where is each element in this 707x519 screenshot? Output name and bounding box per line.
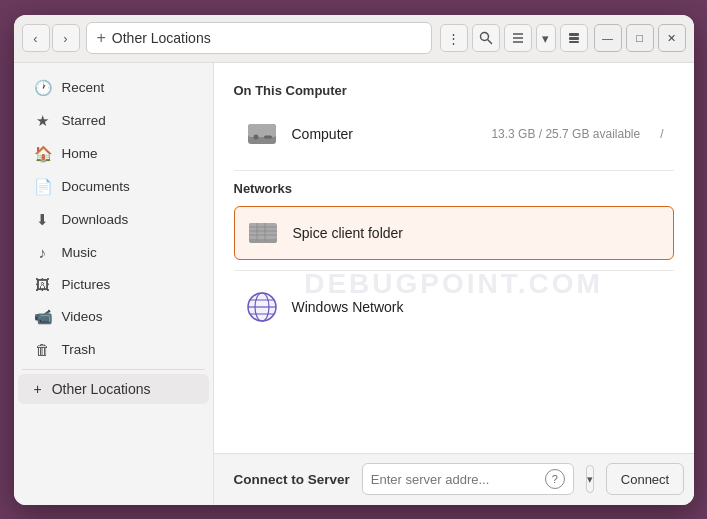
back-button[interactable]: ‹	[22, 24, 50, 52]
on-this-computer-title: On This Computer	[234, 83, 674, 98]
recent-icon: 🕐	[34, 79, 52, 97]
sidebar-item-home[interactable]: 🏠 Home	[18, 138, 209, 170]
sidebar-item-starred[interactable]: ★ Starred	[18, 105, 209, 137]
videos-icon: 📹	[34, 308, 52, 326]
server-input-wrap: ?	[362, 463, 574, 495]
networks-title: Networks	[234, 181, 674, 196]
sort-dropdown-button[interactable]: ▾	[536, 24, 556, 52]
spice-item-name: Spice client folder	[293, 225, 663, 241]
view-toggle-button[interactable]	[560, 24, 588, 52]
sidebar-item-recent[interactable]: 🕐 Recent	[18, 72, 209, 104]
breadcrumb-area: + Other Locations	[86, 22, 432, 54]
connect-button[interactable]: Connect	[606, 463, 684, 495]
sidebar-item-starred-label: Starred	[62, 113, 106, 128]
svg-point-10	[253, 134, 258, 139]
file-area: On This Computer Computer 13.3 GB / 25.7…	[214, 63, 694, 453]
sidebar-item-trash-label: Trash	[62, 342, 96, 357]
sidebar-item-other-locations[interactable]: + Other Locations	[18, 374, 209, 404]
windows-network-name: Windows Network	[292, 299, 664, 315]
svg-rect-7	[569, 41, 579, 43]
computer-item-name: Computer	[292, 126, 480, 142]
main-content: 🕐 Recent ★ Starred 🏠 Home 📄 Documents ⬇ …	[14, 63, 694, 505]
sidebar-item-documents[interactable]: 📄 Documents	[18, 171, 209, 203]
home-icon: 🏠	[34, 145, 52, 163]
menu-button[interactable]: ⋮	[440, 24, 468, 52]
nav-buttons: ‹ ›	[22, 24, 80, 52]
windows-network-icon	[244, 289, 280, 325]
sidebar: 🕐 Recent ★ Starred 🏠 Home 📄 Documents ⬇ …	[14, 63, 214, 505]
sidebar-item-pictures[interactable]: 🖼 Pictures	[18, 269, 209, 300]
sidebar-item-music-label: Music	[62, 245, 97, 260]
minimize-button[interactable]: —	[594, 24, 622, 52]
window-controls: — □ ✕	[594, 24, 686, 52]
windows-network-item[interactable]: Windows Network	[234, 281, 674, 333]
drive-icon	[244, 116, 280, 152]
sidebar-item-documents-label: Documents	[62, 179, 130, 194]
svg-rect-6	[569, 37, 579, 40]
sidebar-item-recent-label: Recent	[62, 80, 105, 95]
svg-point-26	[248, 293, 276, 321]
svg-rect-15	[249, 223, 261, 229]
sidebar-divider	[22, 369, 205, 370]
forward-button[interactable]: ›	[52, 24, 80, 52]
svg-rect-9	[248, 124, 276, 137]
file-area-wrapper: On This Computer Computer 13.3 GB / 25.7…	[214, 63, 694, 505]
svg-line-1	[487, 40, 491, 44]
maximize-button[interactable]: □	[626, 24, 654, 52]
list-view-icon	[567, 31, 581, 45]
sidebar-item-videos-label: Videos	[62, 309, 103, 324]
connect-to-server-label: Connect to Server	[234, 472, 350, 487]
sidebar-item-trash[interactable]: 🗑 Trash	[18, 334, 209, 365]
documents-icon: 📄	[34, 178, 52, 196]
music-icon: ♪	[34, 244, 52, 261]
trash-icon: 🗑	[34, 341, 52, 358]
spice-folder-icon	[245, 215, 281, 251]
sidebar-item-videos[interactable]: 📹 Videos	[18, 301, 209, 333]
titlebar: ‹ › + Other Locations ⋮ ▾	[14, 15, 694, 63]
sidebar-item-music[interactable]: ♪ Music	[18, 237, 209, 268]
computer-item[interactable]: Computer 13.3 GB / 25.7 GB available /	[234, 108, 674, 160]
search-button[interactable]	[472, 24, 500, 52]
sidebar-item-downloads[interactable]: ⬇ Downloads	[18, 204, 209, 236]
sidebar-item-other-locations-label: Other Locations	[52, 381, 151, 397]
sort-icon	[511, 31, 525, 45]
svg-rect-11	[264, 135, 272, 138]
section-divider-1	[234, 170, 674, 171]
sidebar-item-home-label: Home	[62, 146, 98, 161]
breadcrumb-title: Other Locations	[112, 30, 211, 46]
help-button[interactable]: ?	[545, 469, 565, 489]
search-icon	[479, 31, 493, 45]
other-locations-icon: +	[34, 381, 42, 397]
breadcrumb-plus-icon: +	[97, 29, 106, 47]
bottom-bar: Connect to Server ? ▾ Connect	[214, 453, 694, 505]
close-button[interactable]: ✕	[658, 24, 686, 52]
sort-button[interactable]	[504, 24, 532, 52]
spice-folder-item[interactable]: Spice client folder	[234, 206, 674, 260]
starred-icon: ★	[34, 112, 52, 130]
pictures-icon: 🖼	[34, 276, 52, 293]
server-dropdown-button[interactable]: ▾	[586, 465, 594, 493]
computer-item-path: /	[660, 127, 663, 141]
svg-rect-5	[569, 33, 579, 36]
downloads-icon: ⬇	[34, 211, 52, 229]
section-divider-2	[234, 270, 674, 271]
file-manager-window: ‹ › + Other Locations ⋮ ▾	[14, 15, 694, 505]
titlebar-actions: ⋮ ▾	[440, 24, 588, 52]
sidebar-item-pictures-label: Pictures	[62, 277, 111, 292]
sidebar-item-downloads-label: Downloads	[62, 212, 129, 227]
computer-item-meta: 13.3 GB / 25.7 GB available	[491, 127, 640, 141]
server-address-input[interactable]	[371, 472, 539, 487]
